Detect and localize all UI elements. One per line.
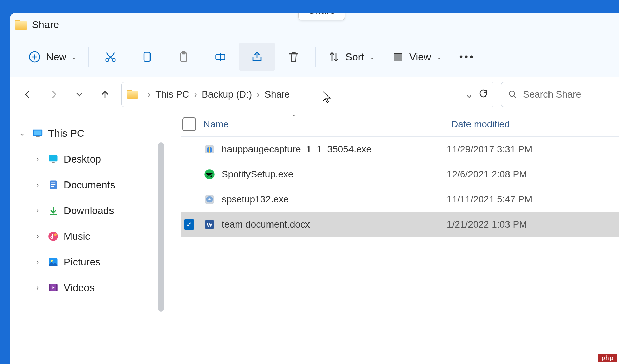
svg-text:W: W — [206, 222, 213, 228]
svg-rect-3 — [144, 52, 150, 61]
svg-rect-11 — [49, 155, 58, 162]
new-button[interactable]: New ⌄ — [20, 43, 85, 71]
music-icon — [47, 231, 59, 242]
toolbar-separator — [315, 47, 316, 67]
sidebar-scrollbar[interactable] — [158, 142, 164, 312]
sidebar-item-videos[interactable]: › Videos — [28, 275, 164, 301]
chevron-right-icon: › — [33, 283, 43, 292]
share-icon — [250, 50, 264, 64]
sidebar-item-label: Music — [64, 231, 90, 242]
sidebar-item-documents[interactable]: › Documents — [28, 172, 164, 198]
row-checkbox[interactable]: ✓ — [184, 219, 194, 230]
file-row[interactable]: spsetup132.exe11/11/2021 5:47 PM — [181, 187, 619, 212]
svg-point-20 — [51, 260, 53, 262]
copy-icon — [140, 50, 154, 64]
sort-button-label: Sort — [345, 51, 364, 63]
chevron-right-icon: › — [33, 258, 43, 266]
sidebar-item-music[interactable]: › Music — [28, 223, 164, 249]
search-input[interactable]: Search Share — [501, 82, 616, 107]
file-name: SpotifySetup.exe — [222, 169, 440, 180]
sidebar-item-pictures[interactable]: › Pictures — [28, 249, 164, 275]
svg-point-28 — [208, 198, 210, 200]
explorer-window: Share Share New ⌄ — [10, 13, 619, 364]
sidebar-item-label: Pictures — [64, 256, 100, 268]
sidebar-item-this-pc[interactable]: ⌄ This PC — [17, 121, 164, 146]
sidebar-item-downloads[interactable]: › Downloads — [28, 198, 164, 223]
up-button[interactable] — [96, 85, 115, 104]
search-icon — [508, 90, 517, 99]
plus-circle-icon — [28, 50, 41, 64]
chevron-down-icon: ⌄ — [17, 129, 27, 138]
column-date[interactable]: Date modified — [444, 119, 510, 130]
select-all-checkbox[interactable] — [182, 117, 196, 131]
chevron-right-icon: › — [33, 232, 43, 241]
file-type-icon — [203, 143, 216, 155]
svg-point-2 — [112, 58, 115, 61]
refresh-button[interactable] — [478, 88, 488, 101]
chevron-right-icon: › — [147, 89, 151, 100]
sidebar-item-desktop[interactable]: › Desktop — [28, 146, 164, 172]
body: ⌄ This PC › Desktop › Documents — [10, 112, 619, 364]
chevron-down-icon: ⌄ — [71, 53, 77, 61]
folder-icon — [15, 20, 27, 30]
watermark: php — [598, 354, 617, 362]
file-date: 12/6/2021 2:08 PM — [440, 169, 527, 180]
delete-button[interactable] — [275, 43, 312, 71]
sidebar: ⌄ This PC › Desktop › Documents — [10, 112, 164, 364]
file-type-icon — [203, 193, 216, 206]
file-name: spsetup132.exe — [222, 194, 440, 205]
svg-rect-10 — [36, 136, 39, 137]
file-row[interactable]: ✓Wteam document.docx1/21/2022 1:03 PM — [181, 212, 619, 237]
pictures-icon — [47, 256, 59, 268]
toolbar-separator — [88, 47, 89, 67]
svg-rect-22 — [49, 284, 51, 291]
more-button[interactable]: ••• — [450, 43, 484, 71]
view-list-icon — [391, 50, 404, 64]
search-placeholder: Search Share — [523, 89, 581, 100]
column-headers: Name ⌃ Date modified — [181, 112, 619, 137]
address-row: › This PC › Backup (D:) › Share ⌄ Search… — [10, 77, 619, 112]
rename-button[interactable] — [202, 43, 239, 71]
breadcrumb-drive[interactable]: Backup (D:) — [202, 89, 252, 100]
sort-ascending-icon: ⌃ — [292, 113, 297, 121]
svg-point-7 — [509, 91, 514, 96]
breadcrumb-folder[interactable]: Share — [264, 89, 290, 100]
desktop-icon — [47, 153, 59, 165]
file-row[interactable]: SpotifySetup.exe12/6/2021 2:08 PM — [181, 162, 619, 187]
chevron-right-icon: › — [33, 180, 43, 189]
recent-locations-button[interactable] — [70, 85, 89, 104]
share-button[interactable] — [239, 43, 275, 71]
file-name: hauppaugecapture_1_1_35054.exe — [222, 144, 440, 155]
paste-button[interactable] — [165, 43, 202, 71]
file-type-icon — [203, 168, 216, 180]
folder-icon — [127, 90, 138, 99]
file-date: 11/11/2021 5:47 PM — [440, 194, 532, 205]
cut-button[interactable] — [92, 43, 129, 71]
file-type-icon: W — [203, 218, 216, 231]
chevron-down-icon[interactable]: ⌄ — [465, 89, 473, 100]
copy-button[interactable] — [129, 43, 165, 71]
file-list: Name ⌃ Date modified hauppaugecapture_1_… — [164, 112, 619, 364]
svg-rect-15 — [51, 184, 56, 185]
scissors-icon — [104, 50, 117, 64]
file-date: 1/21/2022 1:03 PM — [440, 219, 527, 230]
sort-button[interactable]: Sort ⌄ — [319, 43, 383, 71]
forward-button[interactable] — [44, 85, 63, 104]
view-button-label: View — [409, 51, 431, 63]
breadcrumb-this-pc[interactable]: This PC — [155, 89, 189, 100]
sidebar-item-label: Downloads — [64, 205, 114, 216]
new-button-label: New — [46, 51, 66, 63]
svg-rect-16 — [51, 186, 54, 187]
view-button[interactable]: View ⌄ — [383, 43, 450, 71]
address-bar[interactable]: › This PC › Backup (D:) › Share ⌄ — [121, 82, 494, 107]
chevron-right-icon: › — [194, 89, 197, 100]
sort-icon — [327, 50, 341, 64]
svg-point-17 — [48, 232, 58, 241]
file-row[interactable]: hauppaugecapture_1_1_35054.exe11/29/2017… — [181, 137, 619, 162]
trash-icon — [287, 50, 300, 64]
back-button[interactable] — [18, 85, 37, 104]
documents-icon — [47, 179, 59, 191]
sidebar-item-label: Desktop — [64, 153, 101, 165]
column-name[interactable]: Name ⌃ — [203, 119, 444, 130]
window-title: Share — [32, 19, 59, 30]
